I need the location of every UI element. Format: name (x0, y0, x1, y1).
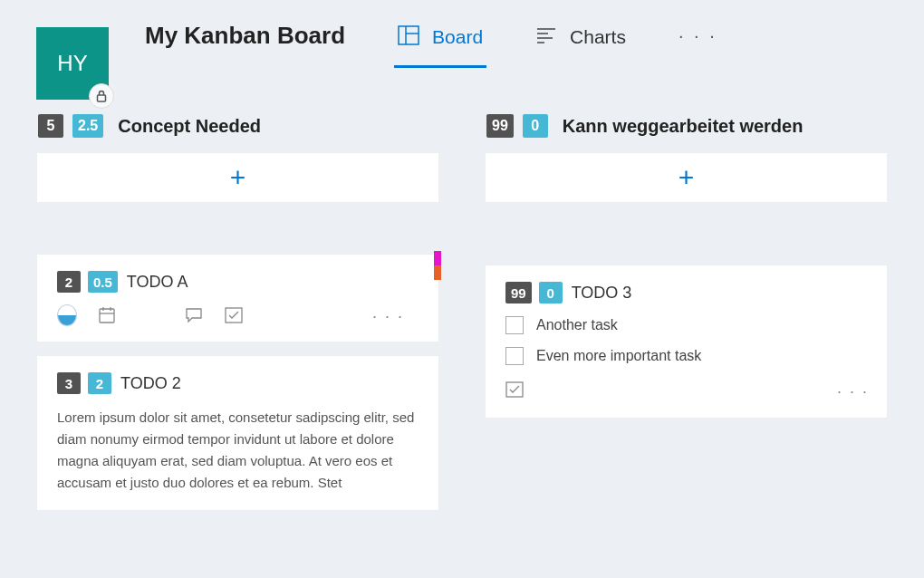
more-menu[interactable]: · · · (675, 20, 721, 68)
card-title: TODO A (127, 273, 188, 292)
card-points-badge: 0 (539, 282, 563, 303)
card-count-badge: 3 (57, 372, 81, 394)
svg-rect-8 (100, 309, 114, 323)
card-color-tags (434, 251, 441, 280)
task-item: Another task (505, 316, 869, 334)
svg-rect-1 (399, 26, 419, 44)
add-card-button[interactable]: + (485, 152, 888, 203)
column-points-badge: 2.5 (72, 114, 103, 138)
column-header: 99 0 Kann weggearbeitet werden (486, 114, 888, 138)
column-count-badge: 5 (38, 114, 63, 138)
tab-label: Board (432, 26, 483, 48)
card-icon-row: · · · (57, 305, 420, 325)
task-label: Even more important task (536, 348, 701, 364)
task-checkbox[interactable] (505, 316, 524, 334)
tab-charts[interactable]: Charts (532, 20, 630, 68)
column-title: Kann weggearbeitet werden (563, 116, 804, 137)
calendar-icon[interactable] (97, 305, 117, 325)
avatar-container[interactable]: HY (36, 27, 109, 100)
card-more-menu[interactable]: · · · (372, 307, 404, 326)
column-count-badge: 99 (486, 114, 514, 138)
card-todo-3[interactable]: 99 0 TODO 3 Another task Even more impor… (485, 265, 888, 419)
add-card-button[interactable]: + (36, 152, 439, 203)
card-footer: · · · (505, 381, 869, 401)
card-title: TODO 3 (572, 284, 632, 303)
board: 5 2.5 Concept Needed + 2 0.5 TODO A (0, 63, 924, 511)
page-title: My Kanban Board (145, 22, 345, 50)
column-points-badge: 0 (523, 114, 548, 138)
cards-list: 2 0.5 TODO A · · · (36, 254, 439, 511)
task-label: Another task (536, 317, 618, 333)
card-todo-2[interactable]: 3 2 TODO 2 Lorem ipsum dolor sit amet, c… (36, 355, 439, 511)
plus-icon: + (679, 162, 695, 193)
tab-board[interactable]: Board (394, 20, 486, 68)
card-title: TODO 2 (120, 374, 181, 393)
board-icon (398, 25, 419, 49)
task-item: Even more important task (505, 347, 869, 365)
color-tag-orange (434, 265, 441, 280)
progress-icon[interactable] (57, 305, 77, 325)
tabs: Board Charts · · · (394, 20, 721, 68)
card-header: 99 0 TODO 3 (505, 282, 869, 303)
svg-rect-0 (98, 95, 106, 101)
task-list: Another task Even more important task (505, 316, 869, 365)
cards-list: 99 0 TODO 3 Another task Even more impor… (485, 265, 888, 419)
card-points-badge: 2 (88, 372, 111, 394)
color-tag-magenta (434, 251, 441, 265)
plus-icon: + (230, 162, 246, 193)
checklist-icon[interactable] (224, 305, 244, 325)
column-kann-weggearbeitet: 99 0 Kann weggearbeitet werden + 99 0 TO… (485, 114, 888, 511)
lock-icon (89, 83, 114, 109)
column-concept-needed: 5 2.5 Concept Needed + 2 0.5 TODO A (36, 114, 439, 511)
header: HY My Kanban Board Board Charts · · · (0, 0, 924, 63)
svg-rect-13 (506, 382, 523, 397)
card-description: Lorem ipsum dolor sit amet, consetetur s… (57, 407, 420, 494)
comment-icon[interactable] (184, 305, 204, 325)
tab-label: Charts (570, 26, 626, 48)
column-header: 5 2.5 Concept Needed (38, 114, 439, 138)
card-count-badge: 99 (505, 282, 532, 303)
charts-icon (535, 25, 557, 49)
card-header: 3 2 TODO 2 (57, 372, 420, 394)
card-count-badge: 2 (57, 271, 81, 293)
card-header: 2 0.5 TODO A (57, 271, 420, 293)
card-todo-a[interactable]: 2 0.5 TODO A · · · (36, 254, 439, 342)
card-points-badge: 0.5 (88, 271, 118, 293)
task-checkbox[interactable] (505, 347, 524, 365)
card-more-menu[interactable]: · · · (837, 382, 869, 401)
checklist-icon[interactable] (505, 381, 524, 401)
svg-rect-12 (226, 308, 242, 323)
column-title: Concept Needed (118, 116, 261, 137)
